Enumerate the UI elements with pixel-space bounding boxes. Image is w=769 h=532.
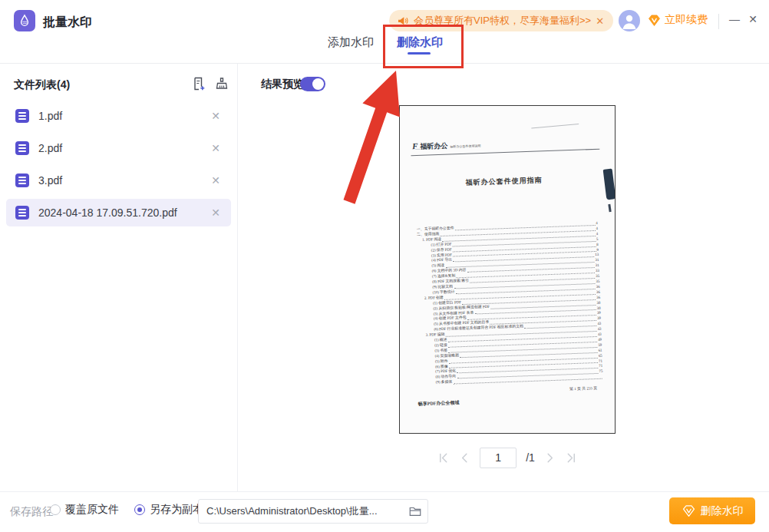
save-as-copy-label: 另存为副本 [150, 503, 203, 517]
vip-promo-banner[interactable]: 会员尊享所有VIP特权，尽享海量福利>> ✕ [389, 10, 613, 31]
pdf-preview-page: F 福昕办公 福昕办公套件使用说明 福昕办公套件使用指南 一、关于福昕办公套件4… [399, 105, 616, 434]
doc-logo-mark: F [412, 141, 418, 150]
doc-logo: F 福昕办公 福昕办公套件使用说明 [412, 139, 481, 152]
file-row[interactable]: 3.pdf✕ [6, 167, 231, 194]
prev-page-icon[interactable] [458, 451, 470, 464]
pdf-file-icon [15, 109, 29, 123]
renew-vip-label: 立即续费 [665, 13, 708, 27]
file-name: 2.pdf [38, 142, 208, 154]
pdf-file-icon [15, 206, 29, 220]
file-list: 1.pdf✕2.pdf✕3.pdf✕2024-04-18 17.09.51.72… [0, 102, 237, 231]
vip-banner-text: 会员尊享所有VIP特权，尽享海量福利>> [414, 14, 591, 28]
scan-artifact-dark-patch [603, 168, 616, 200]
remove-watermark-button[interactable]: 删除水印 [669, 497, 755, 524]
file-list-panel: 文件列表(4) 1.pdf✕2.pdf✕3.pdf✕2024-04-18 17.… [0, 64, 238, 491]
toc-list: 一、关于福昕办公套件4二、使用指南41. PDF 阅读4(1) 打开 PDF5(… [417, 221, 603, 386]
pdf-file-icon [15, 173, 29, 187]
active-tab-underline [408, 52, 431, 55]
remove-file-icon[interactable]: ✕ [208, 108, 223, 124]
file-row[interactable]: 2.pdf✕ [6, 134, 231, 162]
banner-close-icon[interactable]: ✕ [596, 15, 604, 27]
overwrite-original-label: 覆盖原文件 [65, 503, 119, 517]
tab-remove-watermark[interactable]: 删除水印 [397, 35, 443, 50]
add-files-icon[interactable] [190, 75, 207, 92]
page-number-input[interactable] [480, 448, 517, 468]
file-name: 3.pdf [38, 174, 208, 187]
pagination: /1 [399, 446, 616, 469]
radio-unchecked-icon[interactable] [50, 504, 61, 515]
batch-watermark-window: 批量水印 会员尊享所有VIP特权，尽享海量福利>> ✕ 立即续费 — [0, 0, 769, 532]
app-logo-watermark-drop-icon [14, 10, 35, 31]
browse-folder-icon[interactable] [408, 504, 422, 518]
first-page-icon[interactable] [437, 451, 449, 464]
remove-watermark-button-label: 删除水印 [701, 504, 744, 518]
result-preview-label: 结果预览 [261, 78, 304, 91]
tab-add-watermark[interactable]: 添加水印 [328, 35, 374, 50]
scanned-document: F 福昕办公 福昕办公套件使用说明 福昕办公套件使用指南 一、关于福昕办公套件4… [405, 123, 609, 429]
file-list-title: 文件列表(4) [14, 78, 70, 92]
save-mode-radio-group: 覆盖原文件 另存为副本 [50, 503, 203, 517]
vip-diamond-outline-icon [682, 504, 696, 517]
last-page-icon[interactable] [566, 451, 578, 464]
doc-footer-slogan: 畅享PDF办公全领域 [418, 399, 460, 408]
user-avatar[interactable] [619, 10, 640, 31]
vip-diamond-icon [647, 14, 662, 27]
doc-logo-text: 福昕办公 [420, 141, 447, 152]
app-title: 批量水印 [43, 15, 92, 31]
save-path-input[interactable] [198, 499, 428, 524]
file-name: 2024-04-18 17.09.51.720.pdf [38, 207, 208, 219]
remove-file-icon[interactable]: ✕ [208, 173, 223, 188]
renew-vip-button[interactable]: 立即续费 [647, 13, 708, 27]
pdf-file-icon [15, 141, 29, 155]
result-preview-toggle[interactable] [300, 77, 325, 91]
save-path-label: 保存路径 [10, 505, 53, 519]
remove-file-icon[interactable]: ✕ [208, 140, 223, 156]
file-name: 1.pdf [38, 110, 208, 122]
doc-page-number: 第 1 页 共 235 页 [569, 385, 597, 391]
doc-logo-subtitle: 福昕办公套件使用说明 [450, 144, 480, 148]
close-button[interactable]: ✕ [745, 13, 761, 30]
radio-checked-icon[interactable] [134, 504, 145, 515]
next-page-icon[interactable] [544, 451, 556, 464]
file-row[interactable]: 1.pdf✕ [6, 102, 231, 130]
file-row[interactable]: 2024-04-18 17.09.51.720.pdf✕ [6, 199, 231, 226]
doc-title: 福昕办公套件使用指南 [408, 173, 601, 190]
page-total-label: /1 [526, 451, 535, 464]
bottom-bar: 保存路径 覆盖原文件 另存为副本 删除水印 [0, 491, 769, 532]
titlebar: 批量水印 会员尊享所有VIP特权，尽享海量福利>> ✕ 立即续费 — [0, 0, 769, 63]
scan-artifact [531, 124, 579, 128]
megaphone-icon [397, 15, 409, 27]
preview-panel: 结果预览 F 福昕办公 福昕办公套件使用说明 福昕办公套件使用指南 一、关于福昕… [239, 64, 769, 491]
remove-file-icon[interactable]: ✕ [208, 205, 223, 220]
clear-list-broom-icon[interactable] [213, 75, 230, 92]
toggle-knob [312, 78, 324, 90]
overwrite-original-radio[interactable]: 覆盖原文件 [50, 503, 119, 517]
save-as-copy-radio[interactable]: 另存为副本 [134, 503, 203, 517]
window-controls-divider [718, 14, 719, 29]
minimize-button[interactable]: — [727, 13, 742, 30]
scan-artifact-dark-patch [608, 204, 611, 212]
